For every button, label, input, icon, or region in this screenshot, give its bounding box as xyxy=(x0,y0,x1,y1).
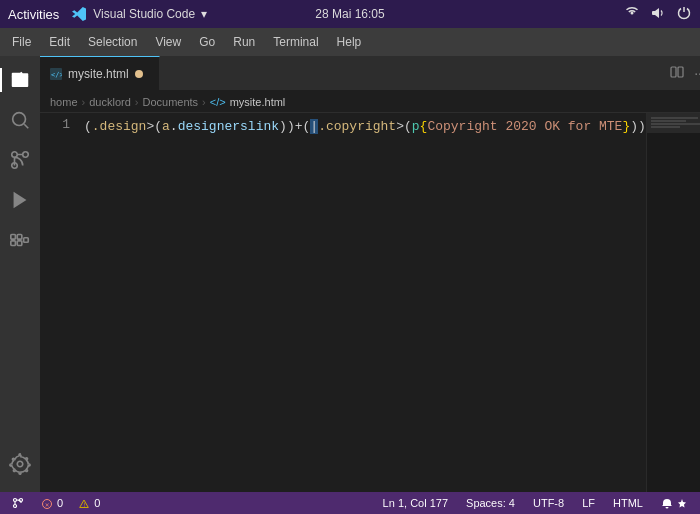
more-actions-button[interactable]: ··· xyxy=(692,63,700,83)
menu-file[interactable]: File xyxy=(4,31,39,53)
svg-point-2 xyxy=(13,113,26,126)
svg-point-0 xyxy=(631,11,634,14)
html-file-icon: </> xyxy=(50,68,62,80)
dropdown-arrow[interactable]: ▾ xyxy=(201,7,207,21)
activity-settings[interactable] xyxy=(0,444,40,484)
menu-selection[interactable]: Selection xyxy=(80,31,145,53)
breadcrumb-file-icon: </> xyxy=(210,96,226,108)
system-bar: Activities Visual Studio Code ▾ 28 Mai 1… xyxy=(0,0,700,28)
warning-count[interactable]: ! 0 xyxy=(75,497,104,509)
split-editor-button[interactable] xyxy=(668,63,686,84)
notifications[interactable] xyxy=(657,496,692,509)
menu-run[interactable]: Run xyxy=(225,31,263,53)
svg-point-11 xyxy=(17,461,23,467)
activity-bar xyxy=(0,56,40,492)
system-bar-right xyxy=(624,5,692,24)
status-bar-right: Ln 1, Col 177 Spaces: 4 UTF-8 LF HTML xyxy=(379,496,692,509)
language-mode[interactable]: HTML xyxy=(609,497,647,509)
app-title-bar: Visual Studio Code ▾ xyxy=(71,6,207,22)
main-area: </> mysite.html ··· hom xyxy=(0,56,700,492)
tab-bar: </> mysite.html ··· xyxy=(40,56,700,91)
breadcrumb-home[interactable]: home xyxy=(50,96,78,108)
status-bar-left: ✕ 0 ! 0 xyxy=(8,497,104,509)
tab-filename: mysite.html xyxy=(68,67,129,81)
breadcrumb-filename[interactable]: mysite.html xyxy=(230,96,286,108)
vscode-window: File Edit Selection View Go Run Terminal… xyxy=(0,28,700,514)
svg-point-16 xyxy=(14,499,17,502)
indentation[interactable]: Spaces: 4 xyxy=(462,497,519,509)
editor-area: </> mysite.html ··· hom xyxy=(40,56,700,492)
svg-rect-7 xyxy=(17,241,22,246)
menu-go[interactable]: Go xyxy=(191,31,223,53)
editor-tab[interactable]: </> mysite.html xyxy=(40,56,160,90)
power-icon[interactable] xyxy=(676,5,692,24)
svg-rect-9 xyxy=(17,235,22,240)
line-numbers: 1 xyxy=(40,113,80,492)
activity-search[interactable] xyxy=(0,100,40,140)
svg-rect-15 xyxy=(678,67,683,77)
system-bar-left: Activities Visual Studio Code ▾ xyxy=(8,6,207,22)
menu-edit[interactable]: Edit xyxy=(41,31,78,53)
svg-rect-8 xyxy=(11,235,16,240)
activity-explorer[interactable] xyxy=(0,60,40,100)
activity-run-debug[interactable] xyxy=(0,180,40,220)
modified-indicator xyxy=(135,70,143,78)
menu-help[interactable]: Help xyxy=(329,31,370,53)
line-ending[interactable]: LF xyxy=(578,497,599,509)
activity-extensions[interactable] xyxy=(0,220,40,260)
menu-terminal[interactable]: Terminal xyxy=(265,31,326,53)
svg-point-18 xyxy=(14,505,17,508)
encoding[interactable]: UTF-8 xyxy=(529,497,568,509)
breadcrumb-documents[interactable]: Documents xyxy=(142,96,198,108)
breadcrumb-ducklord[interactable]: ducklord xyxy=(89,96,131,108)
menu-bar: File Edit Selection View Go Run Terminal… xyxy=(0,28,700,56)
svg-rect-14 xyxy=(671,67,676,77)
activity-source-control[interactable] xyxy=(0,140,40,180)
svg-text:</>: </> xyxy=(51,71,62,79)
network-icon[interactable] xyxy=(624,5,640,24)
svg-text:!: ! xyxy=(83,501,87,508)
app-name: Visual Studio Code xyxy=(93,7,195,21)
vscode-icon xyxy=(71,6,87,22)
audio-icon[interactable] xyxy=(650,5,666,24)
tab-actions: ··· xyxy=(668,56,700,90)
cursor-position[interactable]: Ln 1, Col 177 xyxy=(379,497,452,509)
error-count[interactable]: ✕ 0 xyxy=(38,497,67,509)
datetime-display: 28 Mai 16:05 xyxy=(315,7,384,21)
git-branch-status[interactable] xyxy=(8,497,30,509)
code-content[interactable]: (.design>(a.designerslink))+(|.copyright… xyxy=(80,113,646,492)
code-editor[interactable]: 1 (.design>(a.designerslink))+(|.copyrig… xyxy=(40,113,700,492)
minimap xyxy=(646,113,700,492)
status-bar: ✕ 0 ! 0 Ln 1, Col 177 Spaces: 4 UTF-8 LF… xyxy=(0,492,700,514)
svg-point-4 xyxy=(23,152,29,158)
activities-label[interactable]: Activities xyxy=(8,7,59,22)
menu-view[interactable]: View xyxy=(147,31,189,53)
svg-rect-10 xyxy=(24,238,29,243)
breadcrumb: home › ducklord › Documents › </> mysite… xyxy=(40,91,700,113)
svg-rect-6 xyxy=(11,241,16,246)
svg-text:✕: ✕ xyxy=(45,501,49,509)
svg-rect-1 xyxy=(12,76,29,77)
